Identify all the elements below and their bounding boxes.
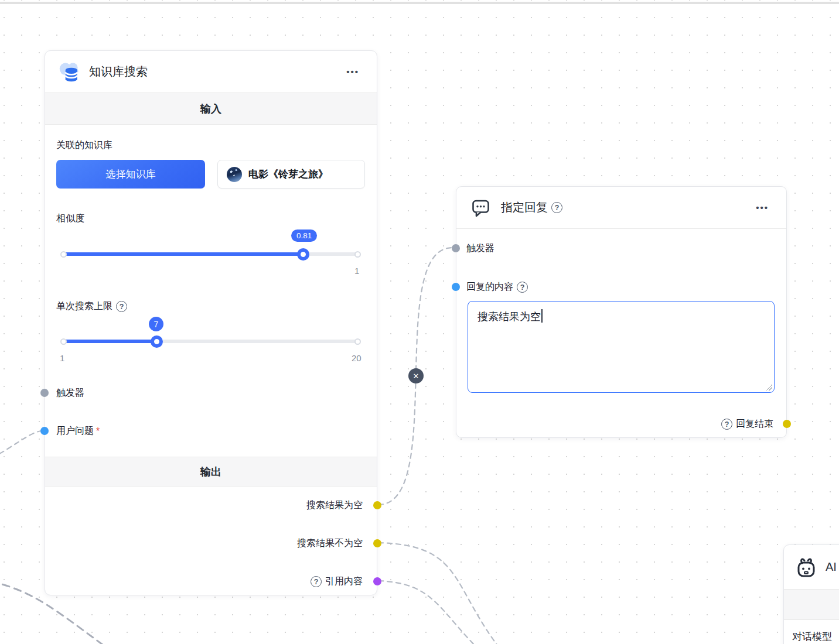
output-row-quote: ? 引用内容 (311, 576, 363, 588)
connection-not-empty[interactable] (378, 543, 503, 644)
robot-icon (794, 556, 818, 579)
text-caret (541, 309, 543, 323)
kb-selected-chip[interactable]: 电影《铃芽之旅》 (217, 160, 365, 189)
ai-node-header[interactable]: AI (784, 545, 839, 589)
similarity-slider-max-endpoint (354, 251, 361, 258)
limit-slider-min-endpoint (60, 338, 67, 345)
limit-max-tick: 20 (352, 353, 361, 363)
port-result-not-empty-out[interactable] (373, 539, 381, 547)
reply-content-input[interactable]: 搜索结果为空 (468, 301, 775, 393)
help-icon[interactable]: ? (311, 576, 322, 587)
kb-search-node: 知识库搜索 ••• 输入 关联的知识库 选择知识库 电影《铃芽之旅》 相似度 0… (45, 50, 377, 595)
limit-value-badge: 7 (149, 317, 163, 331)
limit-slider-thumb[interactable] (151, 335, 163, 348)
reply-trigger-label: 触发器 (466, 242, 494, 255)
port-reply-end-out[interactable] (783, 420, 791, 428)
ai-model-label: 对话模型 (792, 630, 832, 643)
kb-node-title: 知识库搜索 (89, 64, 148, 80)
select-kb-button[interactable]: 选择知识库 (56, 160, 205, 189)
help-icon[interactable]: ? (551, 202, 562, 213)
reply-footer-row: ? 回复结束 (721, 418, 773, 430)
similarity-max-tick: 1 (354, 266, 359, 276)
limit-slider-track[interactable] (64, 340, 358, 343)
similarity-slider-track[interactable] (64, 252, 358, 256)
kb-more-icon[interactable]: ••• (346, 67, 359, 77)
limit-slider-fill (64, 340, 156, 343)
resize-grip[interactable] (766, 384, 772, 390)
output-row-empty: 搜索结果为空 (306, 499, 363, 512)
kb-avatar (227, 167, 242, 182)
help-icon[interactable]: ? (721, 419, 732, 430)
kb-node-header[interactable]: 知识库搜索 ••• (45, 51, 377, 92)
reply-more-icon[interactable]: ••• (756, 203, 769, 213)
reply-content-label: 回复的内容 ? (466, 281, 531, 293)
output-row-not-empty: 搜索结果不为空 (297, 537, 363, 550)
user-question-label: 用户问题 * (56, 425, 100, 437)
reply-node-header[interactable]: 指定回复 ? ••• (456, 187, 786, 229)
search-limit-label: 单次搜索上限 ? (56, 300, 131, 313)
connection-user-question[interactable] (0, 431, 41, 458)
knowledge-base-icon (58, 60, 81, 83)
port-reply-trigger-in[interactable] (452, 244, 460, 252)
help-icon[interactable]: ? (116, 301, 127, 312)
ai-chat-node: AI 对话模型 (783, 544, 839, 644)
port-reply-content-in[interactable] (452, 283, 460, 291)
chat-bubble-icon (471, 198, 491, 218)
kb-input-section-header: 输入 (45, 93, 377, 125)
required-mark: * (96, 426, 100, 437)
connection-quote[interactable] (378, 581, 482, 644)
reply-node: 指定回复 ? ••• 触发器 回复的内容 ? 搜索结果为空 ? 回复结束 (456, 186, 787, 438)
port-trigger-in[interactable] (40, 389, 49, 397)
similarity-slider-fill (64, 252, 303, 256)
kb-output-section-header: 输出 (45, 457, 377, 487)
connection-close-icon[interactable]: ✕ (408, 368, 424, 383)
similarity-slider-thumb[interactable] (297, 248, 309, 261)
port-quote-out[interactable] (373, 577, 381, 585)
limit-slider-max-endpoint (354, 338, 361, 345)
ai-node-title: AI (826, 560, 837, 574)
similarity-label: 相似度 (56, 213, 84, 225)
flow-canvas[interactable]: 知识库搜索 ••• 输入 关联的知识库 选择知识库 电影《铃芽之旅》 相似度 0… (0, 0, 839, 644)
port-result-empty-out[interactable] (373, 501, 381, 509)
similarity-slider-min-endpoint (60, 251, 67, 258)
similarity-value-badge: 0.81 (291, 229, 317, 242)
reply-node-title: 指定回复 (501, 200, 548, 215)
ai-section-header (784, 589, 839, 620)
kb-selected-name: 电影《铃芽之旅》 (248, 167, 328, 181)
port-user-question-in[interactable] (40, 427, 49, 435)
kb-relation-label: 关联的知识库 (56, 139, 112, 152)
kb-trigger-label: 触发器 (56, 387, 84, 399)
limit-min-tick: 1 (60, 353, 64, 363)
help-icon[interactable]: ? (517, 282, 528, 293)
